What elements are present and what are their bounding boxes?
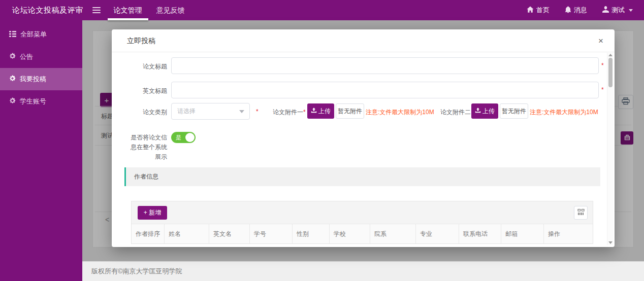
sidebar-item-label: 公告 xyxy=(20,52,33,61)
home-icon xyxy=(527,6,534,14)
upload-label: 上传 xyxy=(482,107,495,116)
plus-icon: + xyxy=(144,209,147,216)
add-author-label: 新增 xyxy=(149,209,161,216)
column-header: 院系 xyxy=(370,224,416,244)
add-author-button[interactable]: + 新增 xyxy=(138,206,167,220)
english-title-input[interactable] xyxy=(171,82,599,98)
column-header: 学号 xyxy=(250,224,293,244)
toggle-on-label: 是 xyxy=(176,134,181,141)
attachment-two-note: 注意:文件最大限制为10M xyxy=(530,108,598,117)
sidebar-item-label: 全部菜单 xyxy=(20,30,47,39)
menu-list-icon xyxy=(9,31,16,39)
upload-label: 上传 xyxy=(318,107,331,116)
column-header: 邮箱 xyxy=(501,224,544,244)
sidebar-item-label: 我要投稿 xyxy=(20,75,46,84)
nav-tabs: 论文管理 意见反馈 xyxy=(107,0,192,20)
modal-scrollbar[interactable] xyxy=(607,53,613,245)
category-select[interactable]: 请选择 xyxy=(171,103,250,120)
gear-icon xyxy=(9,53,16,61)
upload-icon xyxy=(475,108,481,115)
gear-icon xyxy=(9,75,16,83)
user-label: 测试 xyxy=(611,6,625,15)
paper-title-input[interactable] xyxy=(171,57,599,74)
author-info-section-header: 作者信息 xyxy=(124,167,600,186)
no-attachment-two-button[interactable]: 暂无附件 xyxy=(500,103,528,119)
upload-one-button[interactable]: 上传 xyxy=(307,103,334,119)
column-header: 姓名 xyxy=(165,224,209,244)
attachment-one-note: 注意:文件最大限制为10M xyxy=(366,108,434,117)
column-settings-button[interactable] xyxy=(574,206,588,220)
visibility-label: 是否将论文信息在整个系统展示 xyxy=(128,133,167,162)
column-header: 性别 xyxy=(293,224,330,244)
column-header: 学校 xyxy=(330,224,370,244)
sidebar-item-announcements[interactable]: 公告 xyxy=(0,46,82,68)
tab-feedback[interactable]: 意见反馈 xyxy=(149,0,192,20)
messages-label: 消息 xyxy=(574,6,587,15)
scroll-up-icon[interactable] xyxy=(608,54,613,56)
section-title: 作者信息 xyxy=(134,167,158,186)
copyright-text: 版权所有©南京大学匡亚明学院 xyxy=(91,262,182,281)
authors-table-header-row: 作者排序 姓名 英文名 学号 性别 学校 院系 专业 联系电话 邮箱 操作 xyxy=(132,224,593,244)
column-header: 操作 xyxy=(544,224,593,244)
chevron-down-icon xyxy=(629,9,633,12)
english-title-label: 英文标题 xyxy=(124,87,167,95)
paper-title-label: 论文标题 xyxy=(124,62,167,71)
upload-two-button[interactable]: 上传 xyxy=(471,103,498,119)
tab-paper-management[interactable]: 论文管理 xyxy=(107,0,149,20)
column-header: 作者排序 xyxy=(132,224,165,244)
menu-toggle-icon[interactable] xyxy=(92,7,101,13)
scroll-down-icon[interactable] xyxy=(608,241,613,244)
tab-label: 意见反馈 xyxy=(156,6,185,14)
user-icon xyxy=(602,6,609,14)
top-navbar: 论坛论文投稿及评审 论文管理 意见反馈 首页 消息 测试 xyxy=(0,0,644,20)
gear-icon xyxy=(9,97,16,106)
sidebar-item-all-menu[interactable]: 全部菜单 xyxy=(0,23,82,46)
modal-header: 立即投稿 × xyxy=(112,29,615,52)
sidebar-item-label: 学生账号 xyxy=(20,97,46,106)
required-star: * xyxy=(601,62,604,69)
submit-paper-modal: 立即投稿 × 论文标题 * 英文标题 * 论文类别 请选择 * 论文附件一* 上… xyxy=(112,29,615,247)
modal-title: 立即投稿 xyxy=(127,29,155,52)
column-settings-icon xyxy=(577,208,585,217)
authors-table: + 新增 作者排序 姓名 英文名 学号 性别 学校 院系 专业 联系电话 邮箱 … xyxy=(131,201,593,244)
home-link[interactable]: 首页 xyxy=(527,6,550,15)
navbar-right: 首页 消息 测试 xyxy=(527,6,633,15)
tab-label: 论文管理 xyxy=(114,6,142,14)
upload-icon xyxy=(311,108,317,115)
scrollbar-thumb[interactable] xyxy=(608,58,613,87)
authors-table-toolbar: + 新增 xyxy=(132,201,593,224)
toggle-knob xyxy=(185,133,195,142)
column-header: 联系电话 xyxy=(459,224,501,244)
page-footer: 版权所有©南京大学匡亚明学院 xyxy=(82,261,644,281)
app-brand: 论坛论文投稿及评审 xyxy=(12,6,83,15)
required-star: * xyxy=(256,108,259,115)
sidebar-item-student-accounts[interactable]: 学生账号 xyxy=(0,90,82,113)
required-star: * xyxy=(303,109,306,116)
home-label: 首页 xyxy=(536,6,550,15)
visibility-toggle[interactable]: 是 xyxy=(171,132,196,143)
bell-icon xyxy=(565,6,571,15)
no-attachment-one-button[interactable]: 暂无附件 xyxy=(336,103,364,119)
category-selected-value: 请选择 xyxy=(177,103,196,119)
screen: 论坛论文投稿及评审 论文管理 意见反馈 首页 消息 测试 全部菜单 xyxy=(0,0,644,281)
sidebar-item-submit-paper[interactable]: 我要投稿 xyxy=(0,68,82,90)
chevron-down-icon xyxy=(239,110,244,113)
column-header: 专业 xyxy=(416,224,459,244)
user-menu[interactable]: 测试 xyxy=(602,6,633,15)
messages-link[interactable]: 消息 xyxy=(565,6,587,15)
attachment-two-label: 论文附件二 xyxy=(440,108,471,117)
close-icon[interactable]: × xyxy=(595,36,606,47)
column-header: 英文名 xyxy=(209,224,250,244)
category-label: 论文类别 xyxy=(124,108,167,117)
attachment-one-label: 论文附件一* xyxy=(273,108,306,117)
required-star: * xyxy=(601,86,604,93)
sidebar: 全部菜单 公告 我要投稿 学生账号 xyxy=(0,20,82,281)
